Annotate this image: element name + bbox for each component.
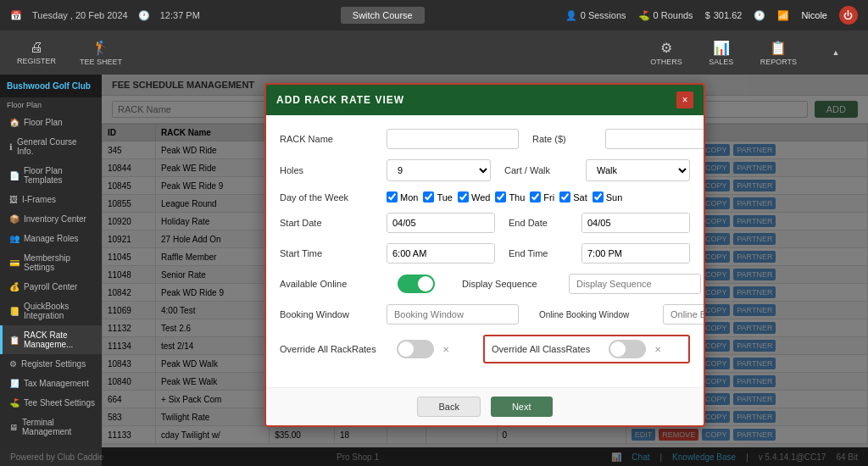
- sidebar-item-floor-plan-templates[interactable]: 📄 Floor Plan Templates: [0, 161, 102, 190]
- holes-select[interactable]: 9 18: [387, 159, 491, 181]
- sidebar-item-register-settings[interactable]: ⚙ Register Settings: [0, 354, 102, 374]
- dates-row: Start Date 📅 End Date 📅: [280, 213, 690, 233]
- checkbox-wed-input[interactable]: [458, 191, 469, 202]
- checkbox-sat[interactable]: Sat: [559, 191, 587, 202]
- cart-walk-select[interactable]: Walk Cart: [586, 159, 690, 181]
- available-online-toggle[interactable]: [398, 275, 435, 293]
- general-course-icon: ℹ: [9, 142, 13, 152]
- override-rack-toggle[interactable]: [397, 340, 434, 358]
- sidebar-item-payroll[interactable]: 💰 Payroll Center: [0, 277, 102, 297]
- rack-name-input[interactable]: [387, 129, 519, 149]
- sidebar-item-register-settings-label: Register Settings: [21, 359, 86, 369]
- override-rack-item: Override All RackRates ✕: [280, 340, 470, 358]
- sidebar-item-iframes[interactable]: 🖼 I-Frames: [0, 190, 102, 209]
- nav-tee-sheet[interactable]: 🏌 TEE SHEET: [70, 36, 132, 69]
- day-of-week-label: Day of the Week: [280, 192, 373, 202]
- checkbox-sun-input[interactable]: [593, 191, 604, 202]
- floor-plan-templates-icon: 📄: [9, 171, 19, 180]
- sidebar-item-inventory-label: Inventory Center: [24, 214, 86, 224]
- display-sequence-input[interactable]: [569, 274, 701, 294]
- sidebar-item-rack-rate[interactable]: 📋 RACK Rate Manageme...: [0, 325, 102, 354]
- dollar-icon: $: [705, 10, 710, 20]
- nav-arrow-up[interactable]: ▲: [810, 45, 861, 60]
- top-bar: 📅 Tuesday , 20 Feb 2024 🕐 12:37 PM Switc…: [0, 0, 868, 31]
- modal-close-button[interactable]: ×: [676, 92, 693, 108]
- checkbox-sun[interactable]: Sun: [593, 191, 623, 202]
- checkbox-tue-input[interactable]: [423, 191, 434, 202]
- sidebar-item-tee-sheet-settings-label: Tee Sheet Settings: [24, 398, 95, 408]
- nav-sales[interactable]: 📊 SALES: [696, 36, 747, 69]
- balance-stat: $ 301.62: [705, 10, 743, 20]
- next-button[interactable]: Next: [491, 397, 553, 417]
- power-button[interactable]: ⏻: [839, 6, 858, 25]
- toggle-check-icon: ✓: [387, 279, 394, 290]
- checkbox-wed-label: Wed: [471, 192, 490, 202]
- sidebar-item-manage-roles[interactable]: 👥 Manage Roles: [0, 229, 102, 248]
- nav-register[interactable]: 🖨 REGISTER: [7, 36, 66, 69]
- override-rack-x-icon: ✕: [442, 345, 449, 354]
- sidebar-item-floor-plan[interactable]: 🏠 Floor Plan: [0, 113, 102, 132]
- end-date-input[interactable]: [582, 214, 690, 232]
- nav-register-label: REGISTER: [17, 57, 56, 65]
- sidebar-item-membership-label: Membership Settings: [24, 253, 95, 272]
- checkbox-fri-input[interactable]: [530, 191, 541, 202]
- rate-label: Rate ($): [532, 134, 592, 144]
- calendar-icon: 📅: [10, 10, 22, 21]
- modal-title: ADD RACK RATE VIEW: [276, 94, 404, 106]
- nav-reports[interactable]: 📋 REPORTS: [750, 36, 807, 69]
- sidebar-item-tax-management[interactable]: 🧾 Tax Management: [0, 374, 102, 393]
- floor-plan-icon: 🏠: [9, 118, 19, 127]
- end-time-label: End Time: [509, 248, 568, 258]
- sidebar-item-tee-sheet-settings[interactable]: ⛳ Tee Sheet Settings: [0, 393, 102, 413]
- start-time-wrap: 🕐: [387, 243, 495, 264]
- nav-sales-label: SALES: [709, 58, 733, 66]
- checkbox-wed[interactable]: Wed: [458, 191, 490, 202]
- checkbox-sat-input[interactable]: [559, 191, 570, 202]
- reports-icon: 📋: [770, 40, 787, 56]
- nav-tee-sheet-label: TEE SHEET: [80, 58, 122, 66]
- online-booking-window-label: Online Booking Window: [539, 310, 649, 319]
- start-time-input[interactable]: [387, 244, 495, 263]
- sessions-stat: 👤 0 Sessions: [565, 10, 626, 21]
- sidebar-item-general-course[interactable]: ℹ General Course Info.: [0, 132, 102, 161]
- checkbox-thu-input[interactable]: [495, 191, 506, 202]
- checkbox-mon-input[interactable]: [387, 191, 398, 202]
- switch-course-button[interactable]: Switch Course: [341, 7, 425, 24]
- register-settings-icon: ⚙: [9, 359, 17, 369]
- checkbox-fri[interactable]: Fri: [530, 191, 554, 202]
- back-button[interactable]: Back: [417, 397, 480, 417]
- rate-input[interactable]: [605, 129, 705, 149]
- checkbox-thu-label: Thu: [509, 192, 525, 202]
- sidebar-item-terminal[interactable]: 🖥 Terminal Management: [0, 413, 102, 441]
- online-booking-window-input[interactable]: [663, 304, 705, 325]
- checkbox-tue[interactable]: Tue: [423, 191, 453, 202]
- checkbox-mon[interactable]: Mon: [387, 191, 418, 202]
- rack-name-row: RACK Name Rate ($): [280, 129, 690, 149]
- available-online-toggle-wrap[interactable]: ✓: [387, 275, 435, 293]
- available-online-row: Available Online ✓ Display Sequence: [280, 274, 690, 294]
- others-icon: ⚙: [660, 40, 672, 56]
- booking-window-input[interactable]: [387, 304, 519, 325]
- checkbox-thu[interactable]: Thu: [495, 191, 525, 202]
- end-date-label: End Date: [509, 218, 568, 228]
- tee-sheet-icon: 🏌: [92, 40, 109, 56]
- checkbox-sat-label: Sat: [573, 192, 587, 202]
- modal-overlay: ADD RACK RATE VIEW × RACK Name Rate ($) …: [102, 75, 868, 466]
- clock-icon: 🕐: [138, 10, 150, 21]
- checkbox-fri-label: Fri: [543, 192, 554, 202]
- nav-others[interactable]: ⚙ OTHERS: [640, 36, 693, 69]
- membership-icon: 💳: [9, 258, 19, 268]
- override-rack-label: Override All RackRates: [280, 344, 390, 354]
- start-date-wrap: 📅: [387, 213, 495, 233]
- start-date-input[interactable]: [387, 214, 495, 232]
- sidebar-item-tax-management-label: Tax Management: [24, 379, 89, 388]
- sidebar-item-quickbooks[interactable]: 📒 QuickBooks Integration: [0, 297, 102, 325]
- day-of-week-row: Day of the Week Mon Tue: [280, 191, 690, 202]
- inventory-icon: 📦: [9, 214, 19, 224]
- sidebar-item-membership[interactable]: 💳 Membership Settings: [0, 248, 102, 277]
- add-rack-rate-modal: ADD RACK RATE VIEW × RACK Name Rate ($) …: [264, 83, 705, 427]
- end-time-input[interactable]: [582, 244, 690, 263]
- sidebar-item-inventory[interactable]: 📦 Inventory Center: [0, 209, 102, 229]
- checkbox-tue-label: Tue: [437, 192, 453, 202]
- override-class-toggle[interactable]: [609, 340, 646, 358]
